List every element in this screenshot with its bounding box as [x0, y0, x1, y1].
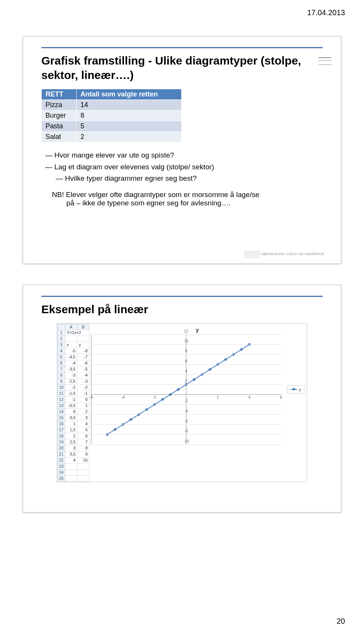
- food-table: RETT Antall som valgte retten Pizza14 Bu…: [41, 89, 182, 142]
- footer-text: HØGSKOLEN I OSLO OG AKERSHUS: [261, 252, 324, 256]
- spreadsheet-table: AB1Y=2x+223xy4-5-85-4,5-76-4-67-3,5-58-3…: [57, 324, 89, 482]
- bullet-list: Hvor mange elever var ute og spiste? Lag…: [45, 150, 323, 184]
- cell: 14: [77, 100, 182, 110]
- svg-rect-10: [169, 393, 172, 396]
- chart-wrap: y y -10-8-6-4-224681012-6-4-2246: [89, 324, 307, 482]
- note-line1: NB! Elever velger ofte diagramtyper som …: [52, 191, 323, 199]
- table-row: Pizza14: [42, 100, 182, 110]
- svg-rect-17: [224, 358, 227, 361]
- chart-legend: y: [287, 385, 305, 394]
- bullet-item: Hvor mange elever var ute og spiste?: [52, 150, 323, 161]
- svg-rect-15: [208, 368, 211, 371]
- svg-rect-11: [177, 388, 180, 391]
- sub-bullet-item: Hvilke typer diagrammer egner seg best?: [63, 173, 323, 184]
- page-number: 20: [337, 617, 345, 626]
- table-row: Pasta5: [42, 121, 182, 132]
- legend-label: y: [299, 387, 301, 392]
- note-line2: på – ikke de typene som egner seg for av…: [66, 199, 323, 207]
- cell: 2: [77, 132, 182, 142]
- corner-decoration-icon: [318, 57, 331, 66]
- slide-title: Grafisk framstilling - Ulike diagramtype…: [41, 47, 323, 82]
- svg-rect-3: [113, 428, 116, 431]
- slide-footer-logo: HØGSKOLEN I OSLO OG AKERSHUS: [245, 251, 324, 258]
- chart-area: y -10-8-6-4-224681012-6-4-2246: [91, 334, 304, 445]
- cell: 5: [77, 121, 182, 132]
- cell: 8: [77, 110, 182, 121]
- svg-rect-7: [145, 408, 148, 411]
- table-header: RETT: [42, 89, 77, 100]
- table-row: Salat2: [42, 132, 182, 142]
- table-row: Burger8: [42, 110, 182, 121]
- spreadsheet-mock: AB1Y=2x+223xy4-5-85-4,5-76-4-67-3,5-58-3…: [57, 323, 307, 482]
- chart-title: y: [91, 327, 304, 333]
- cell: Pizza: [42, 100, 77, 110]
- legend-swatch-icon: [290, 389, 297, 390]
- svg-rect-5: [129, 418, 132, 421]
- bullet-item: Lag et diagram over elevenes valg (stolp…: [52, 162, 323, 172]
- svg-rect-9: [161, 398, 164, 401]
- slide-linear-example: Eksempel på lineær AB1Y=2x+223xy4-5-85-4…: [23, 285, 341, 513]
- cell: Pasta: [42, 121, 77, 132]
- cell: Salat: [42, 132, 77, 142]
- svg-rect-19: [240, 348, 243, 351]
- cell: Burger: [42, 110, 77, 121]
- table-header: Antall som valgte retten: [77, 89, 182, 100]
- svg-rect-13: [193, 378, 196, 381]
- slide-diagramtyper: Grafisk framstilling - Ulike diagramtype…: [23, 36, 341, 264]
- page-date: 17.04.2013: [307, 8, 345, 17]
- slide-title: Eksempel på lineær: [41, 296, 323, 317]
